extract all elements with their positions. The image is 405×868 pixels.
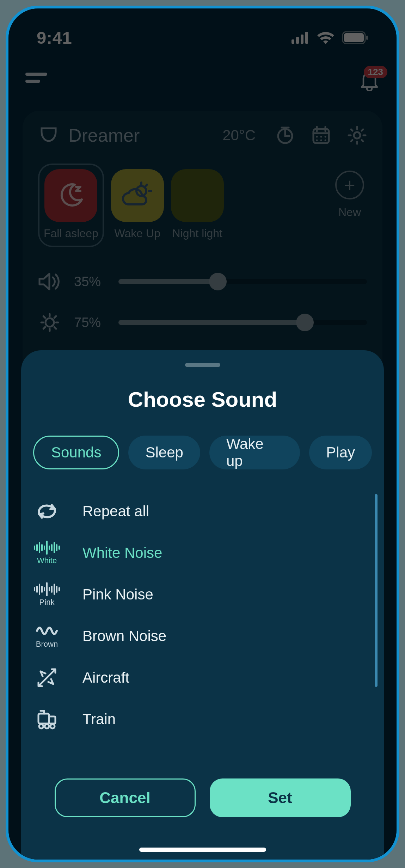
- sound-label: Pink Noise: [82, 586, 153, 603]
- sound-caption: Pink: [39, 598, 55, 607]
- sound-caption: White: [37, 556, 57, 565]
- sound-item-brown-noise[interactable]: Brown Brown Noise: [33, 615, 372, 657]
- tab-play[interactable]: Play: [309, 436, 372, 469]
- tab-wake-up[interactable]: Wake up: [209, 436, 300, 469]
- sound-item-repeat-all[interactable]: Repeat all: [33, 491, 372, 532]
- sound-caption: Brown: [36, 640, 58, 649]
- svg-point-21: [45, 724, 49, 728]
- svg-point-22: [50, 724, 55, 728]
- repeat-icon: [33, 501, 61, 521]
- sound-label: Repeat all: [82, 503, 149, 520]
- set-button[interactable]: Set: [210, 778, 351, 817]
- sheet-title: Choose Sound: [27, 387, 378, 412]
- wave-icon: Brown: [33, 623, 61, 649]
- sound-item-white-noise[interactable]: White White Noise: [33, 532, 372, 574]
- sound-item-aircraft[interactable]: Aircraft: [33, 657, 372, 698]
- tab-sleep[interactable]: Sleep: [128, 436, 200, 469]
- sound-label: Brown Noise: [82, 628, 166, 645]
- sound-item-train[interactable]: Train: [33, 698, 372, 740]
- home-indicator[interactable]: [139, 848, 266, 852]
- scrollbar[interactable]: [375, 494, 378, 687]
- train-icon: [33, 709, 61, 730]
- choose-sound-sheet: Choose Sound Sounds Sleep Wake up Play R…: [21, 350, 384, 860]
- sound-item-pink-noise[interactable]: Pink Pink Noise: [33, 574, 372, 615]
- sheet-handle[interactable]: [185, 363, 220, 367]
- svg-point-20: [39, 724, 43, 728]
- wave-icon: Pink: [33, 582, 61, 607]
- sound-label: Aircraft: [82, 669, 129, 686]
- sound-category-tabs: Sounds Sleep Wake up Play: [27, 436, 378, 469]
- cancel-button[interactable]: Cancel: [55, 778, 196, 817]
- svg-rect-19: [49, 716, 55, 724]
- sound-list: Repeat all White White Noise Pink Pink N…: [27, 491, 378, 768]
- sound-label: White Noise: [82, 544, 162, 561]
- wave-icon: White: [33, 541, 61, 565]
- tab-sounds[interactable]: Sounds: [33, 436, 119, 469]
- sound-label: Train: [82, 711, 116, 728]
- aircraft-icon: [33, 666, 61, 689]
- svg-rect-18: [38, 714, 49, 724]
